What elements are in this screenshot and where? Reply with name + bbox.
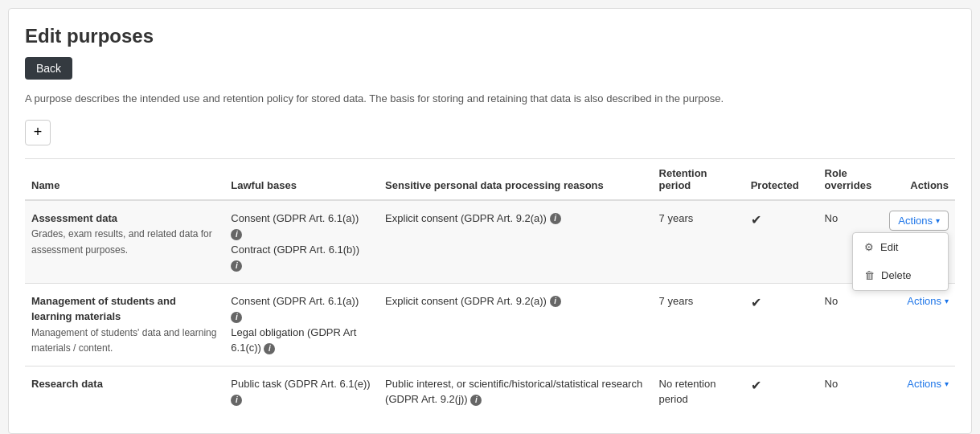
row-actions-cell: Actions ▾: [883, 366, 955, 417]
menu-item-icon: 🗑: [864, 268, 875, 284]
row-role-overrides: No: [818, 366, 884, 417]
page-container: Edit purposes Back A purpose describes t…: [8, 8, 972, 434]
row-protected: ✔: [744, 200, 818, 284]
chevron-icon: ▾: [945, 379, 949, 388]
add-purpose-button[interactable]: +: [25, 120, 51, 145]
row-actions-cell: Actions ▾⚙Edit🗑Delete: [883, 200, 955, 284]
table-row: Management of students and learning mate…: [25, 283, 955, 366]
row-retention: 7 years: [653, 283, 744, 366]
actions-dropdown-container: Actions ▾⚙Edit🗑Delete: [889, 211, 949, 231]
row-name: Research data: [31, 378, 103, 390]
col-header-protected: Protected: [744, 158, 818, 200]
row-protected: ✔: [744, 283, 818, 366]
row-name: Management of students and learning mate…: [31, 295, 176, 323]
sensitive-info-icon[interactable]: i: [550, 213, 561, 224]
col-header-name: Name: [25, 158, 224, 200]
actions-button[interactable]: Actions ▾: [907, 378, 949, 390]
lawful-basis-text: Contract (GDPR Art. 6.1(b)): [231, 244, 359, 256]
actions-button[interactable]: Actions ▾: [907, 295, 949, 307]
row-desc: Management of students' data and learnin…: [31, 327, 216, 354]
table-header-row: Name Lawful bases Sensitive personal dat…: [25, 158, 955, 200]
menu-item-delete[interactable]: 🗑Delete: [853, 261, 948, 290]
lawful-basis-text: Consent (GDPR Art. 6.1(a)): [231, 295, 359, 307]
info-icon[interactable]: i: [231, 312, 242, 323]
actions-label: Actions: [907, 378, 941, 390]
lawful-basis-text: Legal obligation (GDPR Art 6.1(c)): [231, 326, 356, 354]
col-header-retention: Retentionperiod: [653, 158, 744, 200]
lawful-basis-text: Consent (GDPR Art. 6.1(a)): [231, 212, 359, 224]
protected-checkmark: ✔: [751, 296, 761, 309]
actions-button[interactable]: Actions ▾: [889, 211, 949, 231]
page-title: Edit purposes: [25, 25, 955, 47]
row-name: Assessment data: [31, 212, 117, 224]
lawful-basis-text: Public task (GDPR Art. 6.1(e)): [231, 378, 370, 390]
row-sensitive: Explicit consent (GDPR Art. 9.2(a)) i: [379, 283, 652, 366]
info-icon[interactable]: i: [231, 260, 242, 272]
sensitive-info-icon[interactable]: i: [550, 296, 561, 307]
row-retention: No retention period: [653, 366, 744, 417]
chevron-icon: ▾: [945, 297, 949, 305]
row-protected: ✔: [744, 366, 818, 417]
sensitive-info-icon[interactable]: i: [470, 395, 482, 406]
col-header-lawful: Lawful bases: [224, 158, 379, 200]
actions-label: Actions: [898, 215, 933, 227]
row-lawful-bases: Consent (GDPR Art. 6.1(a)) iContract (GD…: [224, 200, 379, 284]
actions-dropdown-menu: ⚙Edit🗑Delete: [852, 232, 949, 291]
row-sensitive: Public interest, or scientific/historica…: [379, 366, 652, 417]
row-lawful-bases: Consent (GDPR Art. 6.1(a)) iLegal obliga…: [224, 283, 379, 366]
page-description: A purpose describes the intended use and…: [25, 91, 955, 107]
menu-item-label: Delete: [881, 268, 912, 284]
protected-checkmark: ✔: [751, 379, 761, 392]
info-icon[interactable]: i: [231, 229, 242, 240]
actions-label: Actions: [907, 295, 941, 307]
info-icon[interactable]: i: [264, 343, 275, 354]
purposes-table: Name Lawful bases Sensitive personal dat…: [25, 158, 955, 417]
col-header-role: Roleoverrides: [818, 158, 884, 200]
info-icon[interactable]: i: [231, 395, 242, 406]
menu-item-icon: ⚙: [864, 240, 874, 256]
protected-checkmark: ✔: [751, 213, 761, 227]
table-row: Research dataPublic task (GDPR Art. 6.1(…: [25, 366, 955, 417]
row-actions-cell: Actions ▾: [883, 283, 955, 366]
chevron-icon: ▾: [936, 216, 940, 225]
row-lawful-bases: Public task (GDPR Art. 6.1(e)) i: [224, 366, 379, 417]
menu-item-label: Edit: [880, 240, 898, 256]
row-retention: 7 years: [653, 200, 744, 284]
row-role-overrides: No: [818, 283, 884, 366]
table-row: Assessment dataGrades, exam results, and…: [25, 200, 955, 284]
col-header-sensitive: Sensitive personal data processing reaso…: [379, 158, 652, 200]
col-header-actions: Actions: [883, 158, 955, 200]
row-sensitive: Explicit consent (GDPR Art. 9.2(a)) i: [379, 200, 652, 284]
row-desc: Grades, exam results, and related data f…: [31, 228, 212, 256]
menu-item-edit[interactable]: ⚙Edit: [853, 233, 948, 262]
back-button[interactable]: Back: [25, 57, 72, 80]
